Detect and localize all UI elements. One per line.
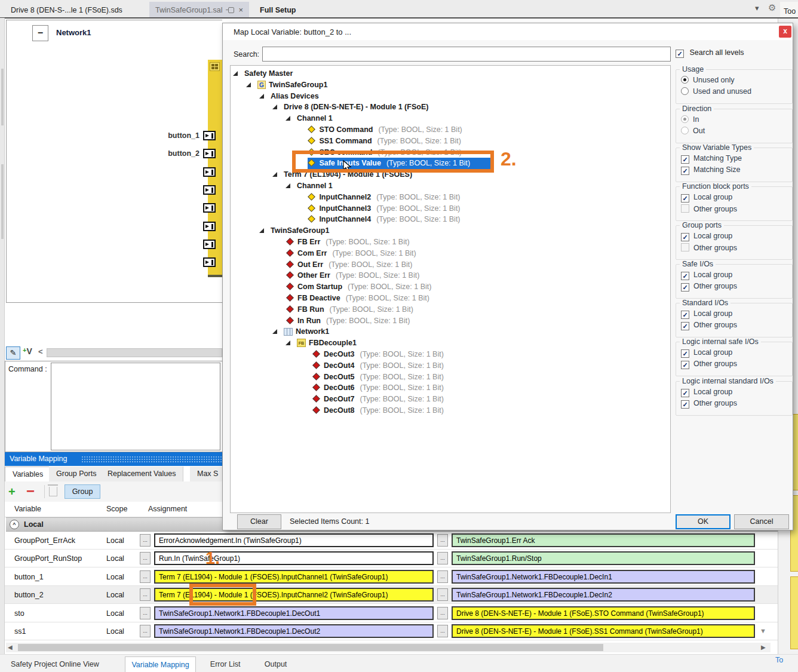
filter-option[interactable]: Other groups — [681, 243, 737, 252]
pin-icon[interactable] — [228, 7, 234, 13]
tree-item[interactable]: Out Err(Type: BOOL, Size: 1 Bit) — [231, 259, 670, 271]
vm-tab-variables[interactable]: Variables — [5, 467, 51, 481]
tab-full-setup[interactable]: Full Setup — [254, 2, 302, 18]
expander-icon[interactable] — [272, 172, 277, 177]
assignment1-value[interactable]: Run.In (TwinSafeGroup1) — [154, 551, 434, 565]
input-port-icon[interactable] — [203, 167, 216, 177]
tree-item[interactable]: FB Deactive(Type: BOOL, Size: 1 Bit) — [231, 293, 670, 304]
assignment2-value[interactable]: TwinSafeGroup1.Run/Stop — [452, 551, 755, 565]
scroll-down-icon[interactable]: ▼ — [760, 627, 766, 634]
expander-icon[interactable] — [259, 228, 264, 233]
assignment2-browse-button[interactable]: ... — [437, 552, 448, 564]
tree-item[interactable]: InputChannel2(Type: BOOL, Size: 1 Bit) — [231, 192, 670, 203]
tree-item[interactable]: InputChannel3(Type: BOOL, Size: 1 Bit) — [231, 203, 670, 214]
input-port-icon[interactable] — [203, 131, 216, 140]
assignment1-browse-button[interactable]: ... — [140, 607, 151, 619]
assignment2-browse-button[interactable]: ... — [437, 625, 448, 637]
assignment1-value[interactable]: Term 7 (EL1904) - Module 1 (FSOES).Input… — [154, 570, 434, 584]
tab-tools-partial[interactable]: Too — [780, 2, 798, 18]
horizontal-scrollbar[interactable]: ◀ ▶ — [6, 643, 771, 652]
vm-tab-group-ports[interactable]: Group Ports — [49, 467, 104, 481]
filter-option[interactable]: ✓Local group — [681, 271, 732, 280]
tree-item[interactable]: Other Err(Type: BOOL, Size: 1 Bit) — [231, 270, 670, 281]
checkbox-icon[interactable]: ✓ — [681, 155, 689, 164]
checkbox-icon[interactable]: ✓ — [681, 167, 689, 175]
chevron-down-icon[interactable]: ▾ — [755, 4, 759, 13]
tree-item[interactable]: STO Command(Type: BOOL, Size: 1 Bit) — [231, 124, 670, 136]
expander-icon[interactable] — [286, 183, 290, 188]
expander-icon[interactable] — [246, 82, 251, 87]
assignment2-value[interactable]: TwinSafeGroup1.Network1.FBDecouple1.DecI… — [452, 588, 755, 602]
search-input[interactable] — [262, 47, 671, 62]
group-button[interactable]: Group — [65, 484, 100, 499]
checkbox-icon[interactable] — [681, 243, 689, 251]
tree-item[interactable]: In Run(Type: BOOL, Size: 1 Bit) — [231, 315, 670, 327]
tree-item[interactable]: FB Run(Type: BOOL, Size: 1 Bit) — [231, 304, 670, 315]
filter-option[interactable]: ✓Local group — [681, 232, 732, 241]
filter-option[interactable]: ✓Local group — [681, 309, 732, 319]
assignment1-value[interactable]: ErrorAcknowledgement.In (TwinSafeGroup1) — [154, 533, 434, 547]
toolbox-tab-partial[interactable]: To — [775, 656, 783, 664]
statusbar-tab-safety-project-online-view[interactable]: Safety Project Online View — [5, 656, 105, 672]
tree-item[interactable]: SS1 Command(Type: BOOL, Size: 1 Bit) — [231, 136, 670, 147]
fb-input-port[interactable] — [136, 167, 217, 178]
vm-tab-max-s[interactable]: Max S — [190, 467, 226, 481]
table-row[interactable]: GroupPort_RunStopLocal...Run.In (TwinSaf… — [5, 550, 778, 567]
assignment2-browse-button[interactable]: ... — [437, 588, 448, 601]
checkbox-icon[interactable]: ✓ — [681, 283, 689, 291]
table-row[interactable]: button_2Local...Term 7 (EL1904) - Module… — [5, 586, 778, 604]
dialog-titlebar[interactable]: Map Local Variable: button_2 to ... x — [223, 23, 793, 40]
remove-row-button[interactable]: − — [26, 483, 35, 499]
cancel-button[interactable]: Cancel — [734, 514, 789, 529]
dialog-close-button[interactable]: x — [779, 26, 791, 38]
tree-item[interactable]: TwinSafeGroup1 — [231, 225, 670, 237]
assignment2-value[interactable]: Drive 8 (DEN-S-NET-E) - Module 1 (FSoE).… — [452, 624, 755, 638]
radio-icon[interactable] — [681, 87, 689, 95]
close-icon[interactable]: × — [239, 5, 244, 14]
filter-option[interactable]: ✓Other groups — [681, 321, 737, 330]
expander-icon[interactable] — [233, 71, 238, 76]
expander-icon[interactable] — [272, 105, 277, 109]
assignment2-browse-button[interactable]: ... — [437, 607, 448, 619]
fb-input-port[interactable]: button_2 — [136, 149, 217, 159]
network-collapse-button[interactable]: − — [32, 25, 48, 41]
assignment1-browse-button[interactable]: ... — [140, 570, 151, 583]
checkbox-icon[interactable]: ✓ — [681, 311, 689, 319]
tree-item[interactable]: DecOut6(Type: BOOL, Size: 1 Bit) — [231, 382, 670, 394]
collapse-group-icon[interactable]: ^ — [10, 520, 19, 529]
checkbox-icon[interactable]: ✓ — [681, 349, 689, 358]
fb-input-port[interactable] — [136, 257, 217, 268]
input-port-icon[interactable] — [203, 203, 216, 213]
filter-option[interactable]: Out — [681, 127, 705, 135]
expander-icon[interactable] — [272, 329, 277, 334]
assignment1-browse-button[interactable]: ... — [140, 534, 151, 547]
filter-option[interactable]: ✓Local group — [681, 193, 732, 202]
assignment1-browse-button[interactable]: ... — [140, 588, 151, 601]
assignment1-browse-button[interactable]: ... — [140, 625, 151, 637]
expander-icon[interactable] — [259, 94, 264, 99]
input-port-icon[interactable] — [203, 257, 216, 267]
tree-item[interactable]: DecOut7(Type: BOOL, Size: 1 Bit) — [231, 394, 670, 405]
checkbox-icon[interactable] — [681, 204, 689, 213]
filter-option[interactable]: ✓Other groups — [681, 360, 737, 369]
input-port-icon[interactable] — [203, 240, 216, 249]
tree-item[interactable]: DecOut4(Type: BOOL, Size: 1 Bit) — [231, 360, 670, 372]
edit-tool-button[interactable]: ✎ — [6, 346, 20, 360]
tree-item[interactable]: DecOut3(Type: BOOL, Size: 1 Bit) — [231, 349, 670, 360]
fb-input-port[interactable] — [136, 222, 217, 232]
table-row[interactable]: GroupPort_ErrAckLocal...ErrorAcknowledge… — [5, 532, 778, 550]
toolbar-slider[interactable] — [47, 348, 222, 357]
assignment1-browse-button[interactable]: ... — [140, 552, 151, 564]
radio-icon[interactable] — [681, 76, 689, 84]
filter-option[interactable]: Used and unused — [681, 87, 751, 96]
filter-option[interactable]: In — [681, 115, 699, 124]
assignment1-value[interactable]: TwinSafeGroup1.Network1.FBDecouple1.DecO… — [154, 624, 434, 638]
tree-item[interactable]: GTwinSafeGroup1 — [231, 79, 670, 91]
fb-input-port[interactable]: button_1 — [136, 131, 217, 142]
checkbox-icon[interactable]: ✓ — [681, 389, 689, 397]
assignment2-value[interactable]: Drive 8 (DEN-S-NET-E) - Module 1 (FSoE).… — [452, 606, 755, 620]
vm-tab-replacement-values[interactable]: Replacement Values — [100, 467, 183, 481]
trash-icon[interactable] — [49, 487, 57, 496]
column-header-variable[interactable]: Variable — [14, 505, 41, 513]
search-all-levels-option[interactable]: ✓ Search all levels — [676, 48, 744, 58]
